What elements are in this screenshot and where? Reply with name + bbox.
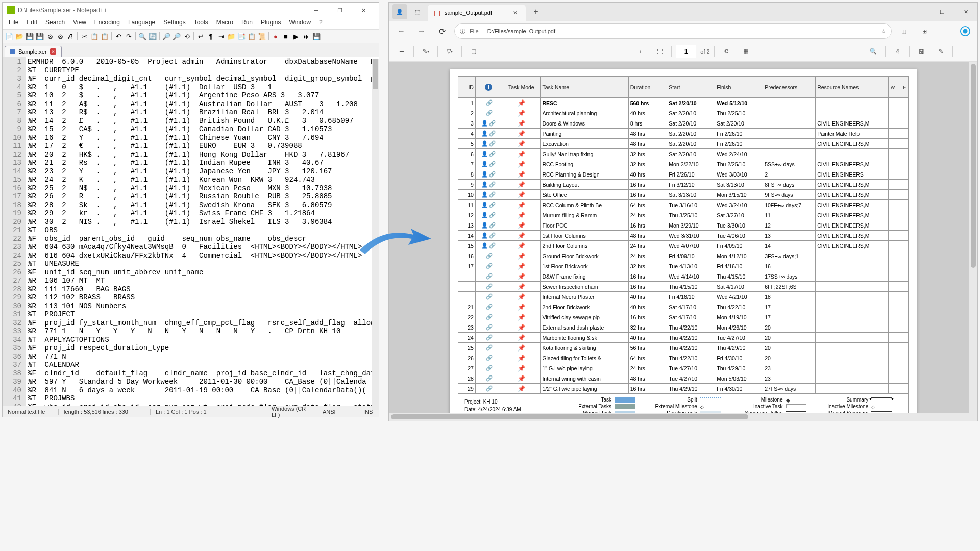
menu-window[interactable]: Window [285, 18, 315, 29]
zoomout-icon[interactable]: 🔎 [172, 32, 181, 41]
print-icon[interactable]: 🖨 [890, 44, 905, 59]
toc-icon[interactable]: ☰ [394, 44, 409, 59]
copy-icon[interactable]: 📋 [90, 32, 99, 41]
file-tab[interactable]: Sample.xer ✕ [5, 46, 62, 57]
redo-icon[interactable]: ↷ [124, 32, 133, 41]
saveas-icon[interactable]: ✎ [933, 44, 948, 59]
menu-settings[interactable]: Settings [159, 18, 189, 29]
pdf-vscroll[interactable] [969, 62, 977, 421]
pdf-hthumb[interactable] [391, 414, 748, 419]
maximize-button[interactable]: ☐ [930, 3, 954, 21]
docmap-icon[interactable]: 📑 [237, 32, 246, 41]
menu-macro[interactable]: Macro [212, 18, 237, 29]
funclist-icon[interactable]: 📜 [257, 32, 266, 41]
replace-icon[interactable]: 🔄 [148, 32, 157, 41]
table-row: 16🔗📌Ground Floor Brickwork24 hrsFri 4/09… [458, 251, 909, 261]
wordwrap-icon[interactable]: ↵ [196, 32, 205, 41]
showall-icon[interactable]: ¶ [206, 32, 215, 41]
save-icon[interactable]: 💾 [25, 32, 34, 41]
close-button[interactable]: ✕ [352, 3, 375, 17]
editor-content[interactable]: ERMHDR 6.0.0 2010-05-05 Project admin Ad… [26, 57, 379, 406]
table-row: 15👤🔗📌2nd Floor Columns24 hrsWed 4/07/10F… [458, 241, 909, 251]
menu-plugins[interactable]: Plugins [257, 18, 285, 29]
edge-window: 👤 ⬚ ▤ sample_Output.pdf ✕ + ─ ☐ ✕ ← → ⟳ … [388, 2, 978, 421]
url-label: File [470, 28, 483, 34]
menu-icon[interactable]: ⋯ [937, 23, 953, 39]
highlight-icon[interactable]: ▽▾ [442, 44, 457, 59]
pageview-icon[interactable]: ▦ [738, 44, 753, 59]
pdf-viewport[interactable]: IDiTask ModeTask NameDurationStartFinish… [389, 62, 977, 421]
menu-edit[interactable]: Edit [22, 18, 41, 29]
profile-icon[interactable]: 👤 [392, 4, 407, 19]
editor[interactable]: 1234567891011121314151617181920212223242… [3, 57, 379, 406]
url-field[interactable]: ⓘ File D:/Files/sample_Output.pdf ☆ [454, 23, 892, 39]
menu-tools[interactable]: Tools [190, 18, 212, 29]
new-tab-button[interactable]: + [529, 5, 543, 19]
doclist-icon[interactable]: 📋 [247, 32, 256, 41]
draw-icon[interactable]: ✎▾ [418, 44, 433, 59]
zoomin-icon[interactable]: 🔎 [162, 32, 171, 41]
table-row: 6👤🔗📌Gully/ Nani trap fixing32 hrsSat 2/2… [458, 149, 909, 159]
sync-icon[interactable]: ⟲ [182, 32, 191, 41]
menu-encoding[interactable]: Encoding [90, 18, 124, 29]
paste-icon[interactable]: 📋 [100, 32, 109, 41]
menu-view[interactable]: View [69, 18, 90, 29]
closeall-icon[interactable]: ⊗ [45, 32, 55, 41]
zoomout-icon[interactable]: − [613, 44, 628, 59]
pdf-hscroll[interactable] [389, 413, 969, 421]
new-icon[interactable]: 📄 [5, 32, 14, 41]
indent-icon[interactable]: ⇥ [216, 32, 226, 41]
play-icon[interactable]: ▶ [291, 32, 301, 41]
close-icon[interactable]: ⊗ [56, 32, 65, 41]
pdf-vthumb[interactable] [971, 64, 976, 268]
th-task-name: Task Name [541, 77, 628, 98]
tab-bar: Sample.xer ✕ [3, 43, 379, 57]
rotate-icon[interactable]: ⟲ [719, 44, 734, 59]
table-row: 29🔗📌1/2" G.I w/c pipe laying16 hrsThu 4/… [458, 384, 909, 394]
scroll-thumb[interactable] [373, 59, 378, 89]
open-icon[interactable]: 📂 [15, 32, 24, 41]
legend-item: Split [651, 397, 732, 403]
workspaces-icon[interactable]: ⬚ [410, 5, 425, 19]
menu-search[interactable]: Search [41, 18, 69, 29]
menu-language[interactable]: Language [124, 18, 159, 29]
cut-icon[interactable]: ✂ [80, 32, 89, 41]
copilot-icon[interactable] [957, 23, 973, 39]
page-number-input[interactable] [676, 45, 696, 58]
back-button[interactable]: ← [393, 23, 409, 39]
maximize-button[interactable]: ☐ [329, 3, 351, 17]
undo-icon[interactable]: ↶ [114, 32, 123, 41]
browser-tab[interactable]: ▤ sample_Output.pdf ✕ [428, 5, 526, 21]
star-icon[interactable]: ☆ [881, 28, 886, 35]
stop-icon[interactable]: ■ [281, 32, 290, 41]
fit-icon[interactable]: ⛶ [652, 44, 667, 59]
split-icon[interactable]: ◫ [896, 23, 912, 39]
saveall-icon[interactable]: 💾 [35, 32, 44, 41]
tab-close-icon[interactable]: ✕ [50, 48, 56, 55]
minimize-button[interactable]: ─ [305, 3, 328, 17]
minimize-button[interactable]: ─ [907, 3, 930, 21]
zoomin-icon[interactable]: + [632, 44, 648, 59]
edge-titlebar: 👤 ⬚ ▤ sample_Output.pdf ✕ + ─ ☐ ✕ [389, 3, 977, 21]
search-icon[interactable]: 🔍 [866, 44, 881, 59]
menu-file[interactable]: File [5, 18, 22, 29]
playx-icon[interactable]: ⏭ [302, 32, 311, 41]
vertical-scrollbar[interactable] [372, 59, 379, 410]
more-icon[interactable]: ⋯ [485, 44, 501, 59]
refresh-button[interactable]: ⟳ [434, 23, 450, 39]
folder-icon[interactable]: 📁 [227, 32, 236, 41]
tab-close-icon[interactable]: ✕ [511, 9, 520, 17]
tab-title: sample_Output.pdf [445, 10, 492, 16]
record-icon[interactable]: ● [271, 32, 280, 41]
print-icon[interactable]: 🖨 [66, 32, 75, 41]
menu-?[interactable]: ? [315, 18, 327, 29]
table-row: 10👤🔗📌Site Office16 hrsSat 3/13/10Mon 3/1… [458, 190, 909, 200]
find-icon[interactable]: 🔍 [138, 32, 147, 41]
close-button[interactable]: ✕ [954, 3, 977, 21]
save-icon[interactable]: 🖫 [914, 44, 929, 59]
menu-run[interactable]: Run [237, 18, 257, 29]
savemacro-icon[interactable]: 💾 [312, 32, 321, 41]
collections-icon[interactable]: ⊞ [916, 23, 933, 39]
settings-icon[interactable]: ⋯ [957, 44, 972, 59]
erase-icon[interactable]: ▢ [466, 44, 481, 59]
